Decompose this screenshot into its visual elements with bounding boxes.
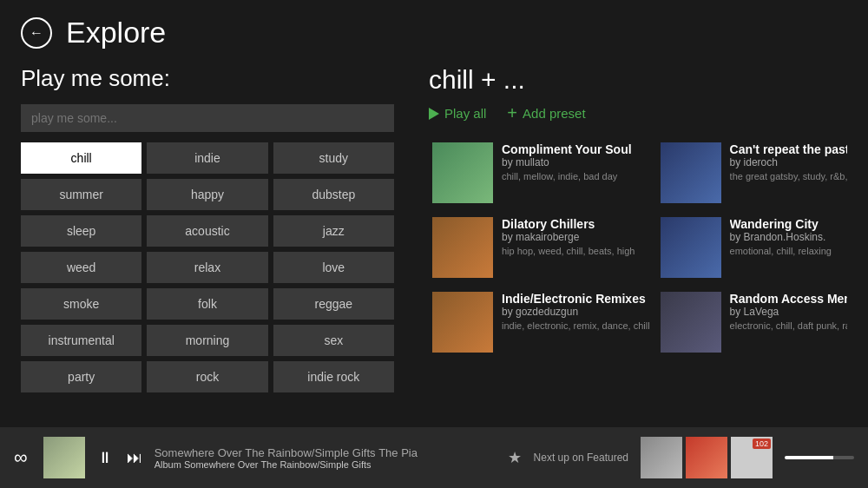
skip-icon: ⏭ xyxy=(127,449,142,466)
track-info-1: Can't repeat the past? Wby iderochthe gr… xyxy=(730,142,847,181)
track-item-3[interactable]: Wandering Cityby Brandon.Hoskins.emotion… xyxy=(657,212,847,283)
track-item-1[interactable]: Can't repeat the past? Wby iderochthe gr… xyxy=(657,137,847,208)
star-icon: ★ xyxy=(508,449,522,466)
add-preset-button[interactable]: + Add preset xyxy=(507,103,585,123)
next-thumb-1[interactable] xyxy=(641,437,682,478)
track-title-2: Dilatory Chillers xyxy=(502,217,650,231)
player-track-title: Somewhere Over The Rainbow/Simple Gifts … xyxy=(155,446,496,459)
player-logo-icon: ∞ xyxy=(14,446,28,469)
album-name: Somewhere Over The Rainbow/Simple Gifts xyxy=(184,459,372,470)
track-thumb-0 xyxy=(432,142,493,203)
play-me-label: Play me some: xyxy=(21,65,394,92)
tag-happy[interactable]: happy xyxy=(147,179,267,210)
next-up-thumbnails: 102 xyxy=(641,437,773,478)
track-item-5[interactable]: Random Access Memoriby LaVegaelectronic,… xyxy=(657,287,847,358)
tracks-grid: Compliment Your Soulby mullatochill, mel… xyxy=(429,137,847,358)
track-info-0: Compliment Your Soulby mullatochill, mel… xyxy=(502,142,650,181)
track-thumb-4 xyxy=(432,292,493,353)
tag-reggae[interactable]: reggae xyxy=(273,288,394,320)
tag-instrumental[interactable]: instrumental xyxy=(21,325,141,356)
skip-button[interactable]: ⏭ xyxy=(127,449,142,467)
track-thumb-2 xyxy=(432,217,493,278)
tag-sleep[interactable]: sleep xyxy=(21,215,141,247)
track-item-2[interactable]: Dilatory Chillersby makairobergehip hop,… xyxy=(429,212,654,283)
next-thumb-2[interactable] xyxy=(686,437,727,478)
add-preset-label: Add preset xyxy=(523,106,586,121)
track-artist-text: The Pia xyxy=(378,446,418,459)
page-title: Explore xyxy=(66,16,166,49)
tag-morning[interactable]: morning xyxy=(147,325,267,356)
left-panel: Play me some: chillindiestudysummerhappy… xyxy=(21,65,394,388)
track-title-3: Wandering City xyxy=(730,217,847,231)
volume-slider[interactable] xyxy=(785,456,854,459)
tag-indie-rock[interactable]: indie rock xyxy=(273,361,394,392)
track-title-1: Can't repeat the past? W xyxy=(730,142,847,156)
back-button[interactable]: ← xyxy=(21,17,52,49)
track-item-4[interactable]: Indie/Electronic Remixesby gozdeduzgunin… xyxy=(429,287,654,358)
track-info-4: Indie/Electronic Remixesby gozdeduzgunin… xyxy=(502,292,650,331)
track-tags-0: chill, mellow, indie, bad day xyxy=(502,171,650,181)
track-artist-4: by gozdeduzgun xyxy=(502,306,650,318)
tag-acoustic[interactable]: acoustic xyxy=(147,215,267,247)
track-artist-5: by LaVega xyxy=(730,306,847,318)
tag-indie[interactable]: indie xyxy=(147,142,267,174)
main-content: Play me some: chillindiestudysummerhappy… xyxy=(0,65,868,388)
track-info-2: Dilatory Chillersby makairobergehip hop,… xyxy=(502,217,650,256)
track-tags-5: electronic, chill, daft punk, ran xyxy=(730,320,847,331)
tags-grid: chillindiestudysummerhappydubstepsleepac… xyxy=(21,142,394,392)
plus-icon: + xyxy=(507,103,517,123)
next-up-label: Next up on Featured xyxy=(534,452,628,464)
tag-smoke[interactable]: smoke xyxy=(21,288,141,320)
play-all-label: Play all xyxy=(444,106,486,121)
track-artist-3: by Brandon.Hoskins. xyxy=(730,231,847,243)
track-tags-3: emotional, chill, relaxing xyxy=(730,246,847,256)
header: ← Explore xyxy=(0,0,868,65)
featured-text: Featured xyxy=(587,452,628,464)
tag-relax[interactable]: relax xyxy=(147,252,267,283)
player-track-info: Somewhere Over The Rainbow/Simple Gifts … xyxy=(155,446,496,470)
track-thumb-3 xyxy=(661,217,721,278)
tag-party[interactable]: party xyxy=(21,361,141,392)
track-artist-1: by ideroch xyxy=(730,156,847,168)
pause-button[interactable]: ⏸ xyxy=(97,449,113,467)
track-title-0: Compliment Your Soul xyxy=(502,142,650,156)
pause-icon: ⏸ xyxy=(97,449,113,466)
album-label: Album xyxy=(155,459,181,470)
track-artist-0: by mullato xyxy=(502,156,650,168)
tag-rock[interactable]: rock xyxy=(147,361,267,392)
tag-love[interactable]: love xyxy=(273,252,394,283)
track-tags-1: the great gatsby, study, r&b, c xyxy=(730,171,847,181)
next-up-text: Next up on xyxy=(534,452,584,464)
tag-summer[interactable]: summer xyxy=(21,179,141,210)
track-info-3: Wandering Cityby Brandon.Hoskins.emotion… xyxy=(730,217,847,256)
tag-weed[interactable]: weed xyxy=(21,252,141,283)
track-thumb-1 xyxy=(661,142,721,203)
player-bar: ∞ ⏸ ⏭ Somewhere Over The Rainbow/Simple … xyxy=(0,427,868,488)
chill-title: chill + ... xyxy=(429,65,847,95)
play-icon xyxy=(429,108,439,120)
search-input[interactable] xyxy=(21,104,394,132)
track-tags-4: indie, electronic, remix, dance, chill xyxy=(502,320,650,331)
track-tags-2: hip hop, weed, chill, beats, high xyxy=(502,246,650,256)
track-title-5: Random Access Memori xyxy=(730,292,847,306)
player-album-art xyxy=(43,437,85,478)
player-track-album: Album Somewhere Over The Rainbow/Simple … xyxy=(155,459,496,470)
badge-102: 102 xyxy=(753,439,771,449)
tag-sex[interactable]: sex xyxy=(273,325,394,356)
tag-study[interactable]: study xyxy=(273,142,394,174)
play-all-button[interactable]: Play all xyxy=(429,106,486,121)
track-thumb-5 xyxy=(661,292,721,353)
tag-folk[interactable]: folk xyxy=(147,288,267,320)
track-title-4: Indie/Electronic Remixes xyxy=(502,292,650,306)
favorite-button[interactable]: ★ xyxy=(508,448,522,467)
tag-dubstep[interactable]: dubstep xyxy=(273,179,394,210)
tag-jazz[interactable]: jazz xyxy=(273,215,394,247)
track-item-0[interactable]: Compliment Your Soulby mullatochill, mel… xyxy=(429,137,654,208)
track-title-text: Somewhere Over The Rainbow/Simple Gifts xyxy=(155,446,376,459)
tag-chill[interactable]: chill xyxy=(21,142,141,174)
next-thumb-3[interactable]: 102 xyxy=(731,437,773,478)
player-controls: ⏸ ⏭ xyxy=(97,449,142,467)
action-bar: Play all + Add preset xyxy=(429,103,847,123)
back-icon: ← xyxy=(30,25,43,41)
track-info-5: Random Access Memoriby LaVegaelectronic,… xyxy=(730,292,847,331)
